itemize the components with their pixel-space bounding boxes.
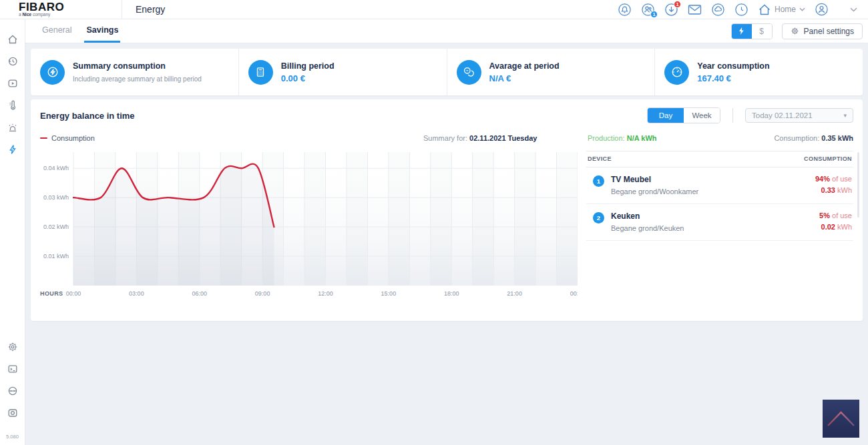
updates-badge: 1 [674,1,681,8]
header-icons: 1 1 Home [618,3,868,17]
device-location: Begane grond/Keuken [611,224,684,232]
users-badge: 1 [650,11,658,18]
sidebar-item-camera[interactable] [7,408,18,418]
main-area: General Savings $ Panel settings [25,19,868,445]
users-icon[interactable]: 1 [641,3,655,17]
panel-settings-button[interactable]: Panel settings [782,23,863,39]
card-average-at-period: Avarage at period N/A € [447,49,655,95]
card-title: Summary consumption [73,61,202,71]
legend-consumption-label: Consumption [51,134,95,142]
top-header: FIBARO a Nice company Energy 1 1 Home [0,0,868,19]
sidebar-item-energy[interactable] [7,144,18,155]
table-row[interactable]: 1 TV Meubel Begane grond/Woonkamer 94% o… [586,167,853,204]
svg-text:0.02 kWh: 0.02 kWh [43,224,69,230]
fibaro-logo[interactable]: FIBARO a Nice company [0,0,122,19]
chevron-down-icon: ▾ [843,112,847,119]
card-subtitle: Including average summary at billing per… [73,75,202,83]
sidebar-item-history[interactable] [7,56,18,67]
chart-area: 0.01 kWh0.02 kWh0.03 kWh0.04 kWh00:0003:… [40,151,578,299]
lightning-icon [738,27,745,35]
home-label: Home [775,5,796,14]
update-download-icon[interactable]: 1 [664,3,678,17]
table-row[interactable]: 2 Keuken Begane grond/Keuken 5% of use 0… [586,204,853,241]
card-title: Year consumption [697,61,769,71]
chart-header: Energy balance in time Day Week Today 02… [40,107,853,123]
content: Summary consumption Including average su… [25,43,868,326]
header-consumption: CONSUMPTION [804,155,852,162]
sidebar-item-network[interactable] [7,386,18,396]
svg-text:03:00: 03:00 [129,290,144,297]
logo-tagline: a Nice company [19,12,122,17]
controls-divider [732,108,733,123]
device-values: 5% of use 0.02 kWh [819,211,852,232]
calculator-icon [248,60,273,85]
chart-meta-row: Consumption Summary for: 02.11.2021 Tues… [40,133,853,144]
energy-balance-panel: Energy balance in time Day Week Today 02… [31,99,863,321]
device-table: DEVICE CONSUMPTION 1 TV Meubel Begane gr… [586,151,853,299]
panel-settings-label: Panel settings [804,27,854,36]
chart-legend: Consumption [40,134,95,142]
svg-text:15:00: 15:00 [381,290,397,297]
sidebar-item-climate[interactable] [7,100,18,111]
sidebar-bottom: 5.080 [6,342,19,440]
svg-text:06:00: 06:00 [192,290,207,297]
gauge-icon [664,60,689,85]
cloud-icon[interactable] [711,3,725,17]
row-index-badge: 1 [593,175,604,187]
sidebar-item-home[interactable] [7,34,18,45]
svg-text:00:00: 00:00 [570,290,578,297]
gear-icon [791,27,799,35]
corner-chevron-graphic[interactable] [823,400,859,438]
home-icon [758,3,771,16]
page-title: Energy [136,4,165,15]
legend-consumption-dash [40,137,47,139]
svg-text:18:00: 18:00 [444,290,459,297]
coins-icon [457,60,481,85]
sidebar-item-scenes[interactable] [7,78,18,89]
chart-controls: Day Week Today 02.11.2021 ▾ [647,107,853,123]
profile-icon[interactable] [815,3,829,17]
svg-text:0.04 kWh: 0.04 kWh [43,165,69,171]
card-value: N/A € [489,73,560,83]
date-select[interactable]: Today 02.11.2021 ▾ [745,108,853,123]
week-button[interactable]: Week [684,108,720,123]
period-toggle: Day Week [647,107,720,123]
clock-icon[interactable] [734,3,748,17]
currency-symbol: $ [759,27,764,36]
summary-for-text: Summary for: 02.11.2021 Tuesday [423,134,537,142]
summary-panel: Summary consumption Including average su… [31,49,863,95]
tab-savings[interactable]: Savings [84,19,120,43]
alarm-bell-icon[interactable] [618,3,632,17]
card-title: Billing period [281,61,335,71]
svg-text:0.03 kWh: 0.03 kWh [43,194,69,201]
sidebar-item-alarm[interactable] [7,122,18,133]
svg-text:0.01 kWh: 0.01 kWh [43,253,69,260]
collapse-chevron-icon[interactable] [850,7,857,12]
tab-general[interactable]: General [40,19,73,43]
device-table-header: DEVICE CONSUMPTION [586,151,853,167]
unit-energy-button[interactable] [732,24,752,39]
device-name: TV Meubel [611,175,698,184]
svg-text:00:00: 00:00 [66,290,81,297]
consumption-text: Consumption: 0.35 kWh [774,134,853,142]
energy-balance-chart: 0.01 kWh0.02 kWh0.03 kWh0.04 kWh00:0003:… [40,151,578,299]
day-button[interactable]: Day [648,108,684,123]
strip-controls: $ Panel settings [731,23,863,39]
card-value: 167.40 € [697,73,769,83]
card-billing-period: Billing period 0.00 € [238,49,447,95]
table-scrollbar[interactable] [857,152,859,217]
chart-body: 0.01 kWh0.02 kWh0.03 kWh0.04 kWh00:0003:… [40,151,853,299]
device-location: Begane grond/Woonkamer [611,187,698,195]
card-value: 0.00 € [281,73,335,83]
date-select-value: Today 02.11.2021 [752,111,813,119]
unit-currency-button[interactable]: $ [752,24,772,39]
sidebar-item-settings[interactable] [7,342,18,352]
chevron-down-icon [799,7,805,11]
card-summary-consumption: Summary consumption Including average su… [31,49,238,95]
svg-text:HOURS: HOURS [40,290,63,297]
mail-icon[interactable] [688,3,702,17]
home-selector[interactable]: Home [758,3,805,16]
tab-strip: General Savings $ Panel settings [25,19,868,43]
sidebar-item-console[interactable] [7,364,18,374]
chart-title: Energy balance in time [40,111,135,121]
